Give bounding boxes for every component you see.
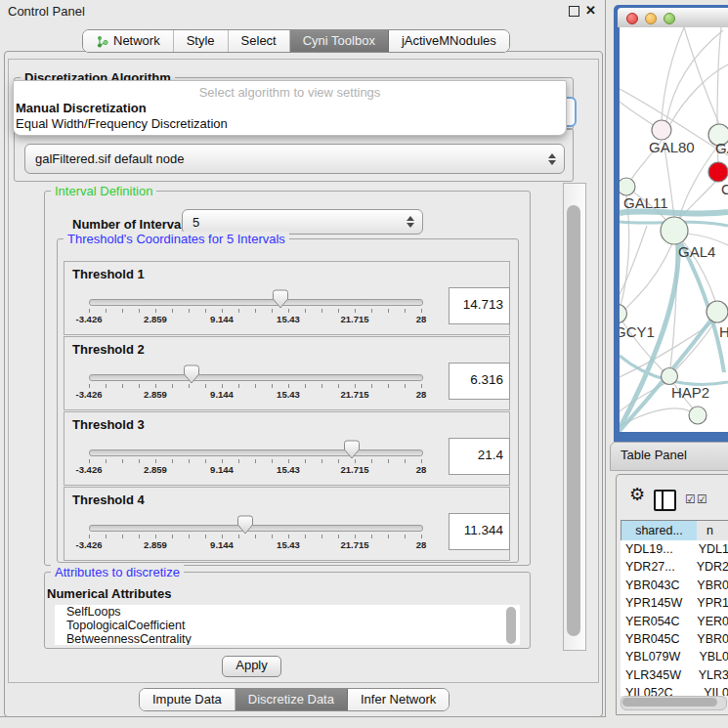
float-window-icon[interactable] (569, 6, 579, 17)
algorithm-popup: Select algorithm to view settings Manual… (13, 80, 567, 136)
tick-label: 2.859 (144, 464, 167, 475)
node-gal11[interactable] (620, 178, 635, 195)
node-hap2[interactable] (662, 368, 678, 385)
gear-icon[interactable]: ⚙ (629, 484, 645, 505)
table-row[interactable]: YDL19...YDL1 (621, 540, 728, 558)
table-horizontal-scrollbar[interactable] (621, 696, 727, 710)
threshold-label: Threshold 3 (72, 417, 145, 432)
tab-infer-network[interactable]: Infer Network (348, 689, 449, 710)
tab-jactivemnodules[interactable]: jActiveMNodules (389, 30, 509, 52)
node-label: HAP2 (671, 384, 709, 401)
tick-label: 21.715 (340, 389, 368, 400)
threshold-value-field[interactable]: 14.713 (449, 287, 510, 324)
attribute-item[interactable]: BetweennessCentrality (55, 632, 520, 645)
list-scrollbar[interactable] (506, 607, 516, 644)
node-label: GAL80 (649, 139, 695, 155)
threshold-slider[interactable] (89, 450, 423, 456)
table-cell: YDR2 (693, 558, 728, 576)
slider-thumb[interactable] (236, 515, 254, 535)
threshold-row: Threshold 3-3.4262.8599.14415.4321.71528… (64, 411, 510, 486)
network-window-titlebar[interactable] (618, 8, 728, 27)
columns-icon[interactable] (654, 490, 676, 511)
table-cell: YBR0 (693, 577, 728, 594)
table-row[interactable]: YLR345WYLR3 (621, 666, 728, 684)
table-cell: YER0 (693, 613, 728, 630)
tab-network[interactable]: Network (83, 30, 174, 52)
tick-label: 2.859 (144, 539, 167, 550)
node-bottom[interactable] (689, 407, 707, 424)
tick-label: 15.43 (277, 539, 300, 550)
threshold-value-field[interactable]: 21.4 (449, 438, 510, 475)
table-row[interactable]: YBR045CYBR0 (621, 630, 728, 648)
slider-thumb[interactable] (343, 440, 361, 459)
table-cell: YER054C (621, 613, 693, 630)
group-title: Interval Definition (51, 184, 156, 198)
table-data-group: Table Data galFiltered.sif default node (14, 128, 574, 182)
threshold-slider[interactable] (89, 299, 423, 306)
minimize-traffic-light-icon[interactable] (645, 13, 657, 24)
attribute-item[interactable]: TopologicalCoefficient (55, 619, 520, 632)
checkbox-icon[interactable]: ☑ (685, 492, 696, 506)
checkbox-icon[interactable]: ☑ (697, 492, 707, 506)
tick-label: 9.144 (210, 464, 234, 475)
node-label: GAL4 (678, 243, 715, 260)
tab-cyni-toolbox[interactable]: Cyni Toolbox (290, 30, 389, 52)
tab-label: Impute Data (152, 689, 222, 710)
tick-label: -3.426 (76, 464, 103, 475)
table-cell: YLR345W (621, 666, 695, 684)
column-header-shared[interactable]: shared... (621, 520, 698, 542)
node-label: GAL11 (623, 194, 668, 211)
apply-button[interactable]: Apply (222, 656, 281, 677)
main-tab-bar: Network Style Select Cyni Toolbox jActiv… (82, 29, 510, 53)
tick-label: -3.426 (76, 389, 103, 400)
tab-impute-data[interactable]: Impute Data (140, 689, 236, 710)
network-canvas[interactable]: GAL80 GAL GAL11 GAL4 GCY1 H HAP2 C (620, 27, 728, 432)
node-label: GAL (715, 140, 728, 156)
slider-thumb[interactable] (183, 364, 200, 384)
table-row[interactable]: YDR27...YDR2 (621, 558, 728, 576)
tick-label: 21.715 (340, 314, 368, 324)
threshold-value-field[interactable]: 6.316 (449, 363, 510, 400)
tab-style[interactable]: Style (174, 30, 229, 52)
slider-thumb[interactable] (272, 289, 289, 309)
network-icon (96, 35, 108, 48)
settings-scrollbar[interactable] (563, 183, 586, 651)
tab-label: Infer Network (361, 689, 436, 710)
table-row[interactable]: YBL079WYBL0 (621, 648, 728, 665)
scrollbar-thumb[interactable] (567, 205, 580, 636)
threshold-value-field[interactable]: 11.344 (449, 513, 510, 550)
attribute-item[interactable]: SelfLoops (55, 605, 520, 619)
numerical-attributes-list: SelfLoopsTopologicalCoefficientBetweenne… (55, 605, 520, 645)
network-view-window[interactable]: GAL80 GAL GAL11 GAL4 GCY1 H HAP2 C (614, 5, 728, 442)
node-gcy1[interactable] (620, 305, 627, 323)
popup-option-equal-width-frequency[interactable]: Equal Width/Frequency Discretization (16, 116, 566, 131)
tick-label: 28 (416, 314, 427, 324)
table-row[interactable]: YER054CYER0 (621, 613, 728, 630)
tab-discretize-data[interactable]: Discretize Data (236, 689, 348, 710)
tick-label: 15.43 (277, 314, 300, 324)
table-row[interactable]: YBR043CYBR0 (621, 577, 728, 594)
node-h[interactable] (707, 301, 728, 322)
zoom-traffic-light-icon[interactable] (664, 13, 675, 24)
table-cell: YPR1 (693, 594, 728, 612)
interval-definition-group: Interval Definition Number of Intervals … (44, 191, 531, 566)
threshold-label: Threshold 4 (72, 492, 145, 507)
table-row[interactable]: YIL052CYIL0 (621, 684, 728, 696)
tab-select[interactable]: Select (229, 30, 290, 52)
popup-option-manual-discretization[interactable]: Manual Discretization (16, 101, 566, 115)
threshold-slider[interactable] (89, 525, 423, 532)
node-gal80[interactable] (652, 120, 671, 140)
close-traffic-light-icon[interactable] (626, 13, 638, 24)
table-data-combo[interactable]: galFiltered.sif default node (24, 144, 565, 174)
close-icon[interactable]: ✕ (585, 3, 596, 18)
node-gal4[interactable] (661, 217, 688, 244)
threshold-slider[interactable] (89, 374, 423, 381)
scrollbar-thumb[interactable] (622, 698, 717, 707)
tab-label: Style (187, 30, 215, 52)
table-cell: YDL19... (621, 540, 695, 558)
node-red-selected[interactable] (708, 162, 728, 182)
node-label: GCY1 (620, 323, 655, 340)
column-header-name[interactable]: n (697, 520, 728, 542)
stepper-arrows-icon (548, 153, 556, 165)
table-row[interactable]: YPR145WYPR1 (621, 594, 728, 612)
